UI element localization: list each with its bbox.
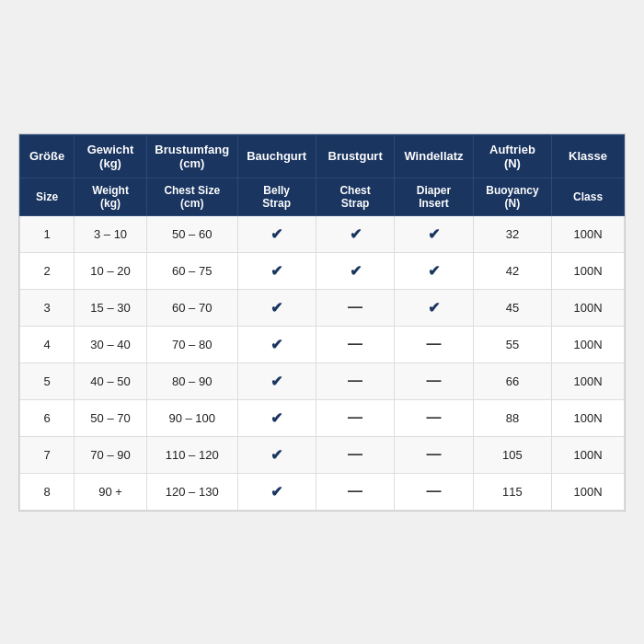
dash-icon: — — [348, 336, 362, 351]
table-cell: 60 – 75 — [146, 252, 237, 289]
col-header-bauchgurt: Bauchgurt — [237, 134, 316, 178]
table-cell: ✔ — [395, 252, 473, 289]
col-header-weight: Weight(kg) — [75, 178, 147, 215]
table-cell: 30 – 40 — [75, 326, 147, 362]
col-header-class: Class — [552, 178, 625, 215]
check-icon: ✔ — [428, 300, 440, 316]
dash-icon: — — [427, 446, 442, 462]
table-cell: 88 — [473, 399, 551, 436]
table-cell: — — [316, 362, 394, 399]
col-header-chest-size: Chest Size(cm) — [146, 178, 237, 215]
check-icon: ✔ — [270, 447, 282, 463]
table-cell: 100N — [552, 362, 625, 399]
col-header-buoyancy: Buoyancy(N) — [473, 178, 551, 215]
dash-icon: — — [348, 299, 362, 315]
table-cell: 8 — [20, 473, 75, 510]
table-cell: 1 — [20, 215, 75, 252]
table-row: 430 – 4070 – 80✔——55100N — [20, 326, 625, 362]
table-cell: ✔ — [237, 362, 316, 399]
table-row: 770 – 90110 – 120✔——105100N — [20, 436, 625, 473]
table-cell: 66 — [473, 362, 551, 399]
table-cell: 40 – 50 — [75, 362, 147, 399]
header-row-english: Size Weight(kg) Chest Size(cm) BellyStra… — [20, 178, 625, 215]
table-cell: ✔ — [237, 473, 316, 510]
col-header-klasse: Klasse — [552, 134, 625, 178]
check-icon: ✔ — [428, 263, 440, 279]
table-cell: — — [395, 473, 473, 510]
size-chart-wrapper: Größe Gewicht(kg) Brustumfang(cm) Bauchg… — [18, 133, 626, 512]
check-icon: ✔ — [270, 263, 282, 279]
table-row: 315 – 3060 – 70✔—✔45100N — [20, 289, 625, 326]
table-row: 210 – 2060 – 75✔✔✔42100N — [20, 252, 625, 289]
col-header-chest-strap: ChestStrap — [316, 178, 394, 215]
table-cell: 45 — [473, 289, 551, 326]
table-cell: 80 – 90 — [146, 362, 237, 399]
table-cell: 2 — [20, 252, 75, 289]
table-cell: 42 — [473, 252, 551, 289]
table-cell: 70 – 90 — [75, 436, 147, 473]
col-header-belly-strap: BellyStrap — [237, 178, 316, 215]
table-cell: — — [395, 436, 473, 473]
dash-icon: — — [427, 483, 442, 499]
table-cell: ✔ — [237, 399, 316, 436]
col-header-size: Size — [20, 178, 75, 215]
check-icon: ✔ — [270, 374, 282, 389]
col-header-grosse: Größe — [20, 134, 75, 178]
table-cell: 100N — [552, 399, 625, 436]
col-header-windellatz: Windellatz — [395, 134, 473, 178]
table-cell: 105 — [473, 436, 551, 473]
table-cell: ✔ — [316, 252, 394, 289]
table-cell: — — [316, 436, 394, 473]
dash-icon: — — [427, 373, 442, 388]
table-cell: 50 – 60 — [146, 215, 237, 252]
table-cell: ✔ — [237, 289, 316, 326]
table-cell: 100N — [552, 289, 625, 326]
table-cell: 3 — [20, 289, 75, 326]
table-cell: 6 — [20, 399, 75, 436]
check-icon: ✔ — [350, 263, 362, 279]
dash-icon: — — [427, 409, 442, 425]
check-icon: ✔ — [350, 226, 362, 242]
table-row: 890 +120 – 130✔——115100N — [20, 473, 625, 510]
table-cell: — — [316, 289, 394, 326]
table-cell: ✔ — [237, 326, 316, 362]
table-cell: — — [395, 399, 473, 436]
dash-icon: — — [348, 446, 362, 462]
table-cell: 3 – 10 — [75, 215, 147, 252]
check-icon: ✔ — [270, 410, 282, 426]
table-cell: 100N — [552, 252, 625, 289]
dash-icon: — — [348, 483, 362, 499]
table-cell: 32 — [473, 215, 551, 252]
table-cell: 15 – 30 — [75, 289, 147, 326]
header-row-german: Größe Gewicht(kg) Brustumfang(cm) Bauchg… — [20, 134, 625, 178]
check-icon: ✔ — [270, 337, 282, 352]
table-cell: 5 — [20, 362, 75, 399]
size-chart-table: Größe Gewicht(kg) Brustumfang(cm) Bauchg… — [19, 134, 625, 511]
dash-icon: — — [348, 373, 362, 388]
table-cell: 4 — [20, 326, 75, 362]
table-row: 540 – 5080 – 90✔——66100N — [20, 362, 625, 399]
col-header-auftrieb: Auftrieb(N) — [473, 134, 551, 178]
check-icon: ✔ — [270, 226, 282, 242]
table-cell: ✔ — [395, 289, 473, 326]
col-header-brustgurt: Brustgurt — [316, 134, 394, 178]
table-cell: ✔ — [395, 215, 473, 252]
table-cell: ✔ — [237, 215, 316, 252]
table-cell: 100N — [552, 473, 625, 510]
table-cell: 115 — [473, 473, 551, 510]
table-cell: 110 – 120 — [146, 436, 237, 473]
table-cell: 10 – 20 — [75, 252, 147, 289]
table-cell: 100N — [552, 215, 625, 252]
check-icon: ✔ — [428, 226, 440, 242]
table-cell: — — [316, 473, 394, 510]
table-body: 13 – 1050 – 60✔✔✔32100N210 – 2060 – 75✔✔… — [20, 215, 625, 510]
check-icon: ✔ — [270, 484, 282, 500]
check-icon: ✔ — [270, 300, 282, 316]
table-cell: 120 – 130 — [146, 473, 237, 510]
table-cell: 70 – 80 — [146, 326, 237, 362]
table-cell: 100N — [552, 436, 625, 473]
table-cell: — — [316, 399, 394, 436]
table-cell: — — [316, 326, 394, 362]
table-cell: 7 — [20, 436, 75, 473]
dash-icon: — — [427, 336, 442, 351]
